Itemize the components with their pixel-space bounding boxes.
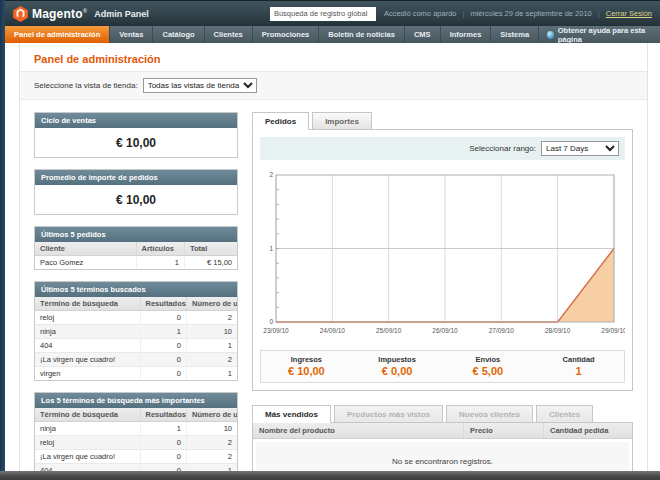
chart-tabs: Pedidos Importes xyxy=(252,112,633,130)
store-view-label: Seleccione la vista de tienda: xyxy=(34,81,138,90)
divider: | xyxy=(598,9,600,18)
nav-item-promotions[interactable]: Promociones xyxy=(253,26,320,43)
cell-uses: 1 xyxy=(186,367,237,381)
column-header: Precio xyxy=(464,423,544,438)
cell-term: ninja xyxy=(35,422,140,436)
nav-item-customers[interactable]: Clientes xyxy=(205,26,253,43)
dashboard-columns: Ciclo de ventas € 10,00 Promedio de impo… xyxy=(20,100,647,480)
tab-amounts[interactable]: Importes xyxy=(312,112,372,130)
last-orders-panel: Últimos 5 pedidos Cliente Artículos Tota… xyxy=(34,226,238,270)
nav-item-cms[interactable]: CMS xyxy=(405,26,441,43)
current-date: miércoles 29 de septiembre de 2010 xyxy=(470,9,591,18)
nav-item-dashboard[interactable]: Panel de administración xyxy=(5,26,110,43)
svg-text:1: 1 xyxy=(269,245,273,252)
panel-title: Últimos 5 pedidos xyxy=(35,227,237,242)
cell-results: 0 xyxy=(140,353,186,367)
bottom-frame-bar xyxy=(0,471,660,480)
nav-item-system[interactable]: Sistema xyxy=(491,26,539,43)
cell-results: 0 xyxy=(140,339,186,353)
stat-label: Cantidad xyxy=(533,355,624,364)
dashboard-main-column: Pedidos Importes Seleccionar rango: Last… xyxy=(252,112,633,480)
registered-mark: ® xyxy=(83,8,88,14)
brand-subtitle: Admin Panel xyxy=(94,9,149,19)
cell-term: reloj xyxy=(35,311,140,325)
stat-quantity: Cantidad 1 xyxy=(533,355,624,377)
table-row[interactable]: ¡La virgen que cuadro! 0 2 xyxy=(35,450,237,464)
chart-area: 01223/09/1024/09/1025/09/1026/09/1027/09… xyxy=(260,160,625,341)
stat-label: Envíos xyxy=(443,355,534,364)
panel-title: Ciclo de ventas xyxy=(35,113,237,128)
nav-item-newsletter[interactable]: Boletín de noticias xyxy=(319,26,405,43)
sales-cycle-panel: Ciclo de ventas € 10,00 xyxy=(34,112,238,158)
stat-value: € 0,00 xyxy=(352,365,443,377)
cell-term: ninja xyxy=(35,325,140,339)
last-orders-table: Cliente Artículos Total Paco Gomez 1 € 1… xyxy=(35,242,237,269)
sidebar-column: Ciclo de ventas € 10,00 Promedio de impo… xyxy=(34,112,238,480)
svg-text:27/09/10: 27/09/10 xyxy=(489,327,515,334)
last-search-terms-table: Término de búsqueda Resultados Número de… xyxy=(35,297,237,380)
cell-results: 1 xyxy=(140,422,186,436)
nav-item-catalog[interactable]: Catálogo xyxy=(153,26,204,43)
stat-revenue: Ingresos € 10,00 xyxy=(261,355,352,377)
range-label: Seleccionar rango: xyxy=(469,144,536,153)
avg-order-value: € 10,00 xyxy=(35,185,237,214)
stat-value: € 10,00 xyxy=(261,365,352,377)
products-tabs: Más vendidos Productos más vistos Nuevos… xyxy=(252,405,633,423)
panel-title: Promedio de importe de pedidos xyxy=(35,170,237,185)
header: Magento® Admin Panel Accedió como apardo… xyxy=(5,0,660,26)
top-search-terms-panel: Los 5 términos de búsqueda más important… xyxy=(34,392,238,480)
column-header: Resultados xyxy=(140,408,186,422)
orders-chart: 01223/09/1024/09/1025/09/1026/09/1027/09… xyxy=(260,169,625,337)
cell-uses: 10 xyxy=(186,325,237,339)
tab-most-viewed[interactable]: Productos más vistos xyxy=(334,405,443,423)
top-search-terms-table: Término de búsqueda Resultados Número de… xyxy=(35,408,237,480)
stat-value: € 5,00 xyxy=(443,365,534,377)
range-select[interactable]: Last 7 Days xyxy=(541,141,619,156)
cell-uses: 2 xyxy=(186,450,237,464)
magento-admin-app: Magento® Admin Panel Accedió como apardo… xyxy=(5,0,660,480)
column-header: Término de búsqueda xyxy=(35,297,140,311)
panel-title: Últimos 5 términos buscados xyxy=(35,282,237,297)
brand-name: Magento® xyxy=(32,7,87,21)
cell-results: 0 xyxy=(140,450,186,464)
orders-board: Seleccionar rango: Last 7 Days 01223/09/… xyxy=(252,129,633,391)
last-search-terms-panel: Últimos 5 términos buscados Término de b… xyxy=(34,281,238,381)
header-user-info: Accedió como apardo | miércoles 29 de se… xyxy=(384,9,652,18)
stat-label: Ingresos xyxy=(261,355,352,364)
stat-label: Impuestos xyxy=(352,355,443,364)
sales-cycle-value: € 10,00 xyxy=(35,128,237,157)
tab-customers[interactable]: Clientes xyxy=(536,405,593,423)
nav-item-reports[interactable]: Informes xyxy=(441,26,492,43)
avg-order-panel: Promedio de importe de pedidos € 10,00 xyxy=(34,169,238,215)
help-link[interactable]: Obtener ayuda para esta página xyxy=(539,26,660,43)
cell-results: 0 xyxy=(140,367,186,381)
table-row[interactable]: Paco Gomez 1 € 15,00 xyxy=(35,256,237,270)
tab-orders[interactable]: Pedidos xyxy=(252,112,309,130)
logout-link[interactable]: Cerrar Sesión xyxy=(606,9,652,18)
nav-item-sales[interactable]: Ventas xyxy=(110,26,153,43)
magento-logo[interactable]: Magento® Admin Panel xyxy=(13,6,149,22)
column-header: Total xyxy=(184,242,237,256)
cell-uses: 10 xyxy=(186,422,237,436)
table-row[interactable]: ninja 1 10 xyxy=(35,422,237,436)
tab-new-customers[interactable]: Nuevos clientes xyxy=(446,405,533,423)
table-row[interactable]: virgen 0 1 xyxy=(35,367,237,381)
store-view-select[interactable]: Todas las vistas de tienda xyxy=(143,78,257,93)
cell-items: 1 xyxy=(136,256,184,270)
svg-text:26/09/10: 26/09/10 xyxy=(432,327,458,334)
products-section: Más vendidos Productos más vistos Nuevos… xyxy=(252,405,633,480)
range-bar: Seleccionar rango: Last 7 Days xyxy=(260,137,625,160)
stat-shipping: Envíos € 5,00 xyxy=(443,355,534,377)
global-search-input[interactable] xyxy=(270,7,376,21)
tab-bestsellers[interactable]: Más vendidos xyxy=(252,405,331,423)
svg-text:25/09/10: 25/09/10 xyxy=(376,327,402,334)
page-container: Panel de administración Seleccione la vi… xyxy=(19,43,648,480)
cell-uses: 2 xyxy=(186,311,237,325)
table-row[interactable]: ninja 1 10 xyxy=(35,325,237,339)
table-row[interactable]: reloj 0 2 xyxy=(35,311,237,325)
table-row[interactable]: reloj 0 2 xyxy=(35,436,237,450)
table-row[interactable]: 404 0 1 xyxy=(35,339,237,353)
column-header: Artículos xyxy=(136,242,184,256)
table-row[interactable]: ¡La virgen que cuadro! 0 2 xyxy=(35,353,237,367)
cell-term: ¡La virgen que cuadro! xyxy=(35,450,140,464)
